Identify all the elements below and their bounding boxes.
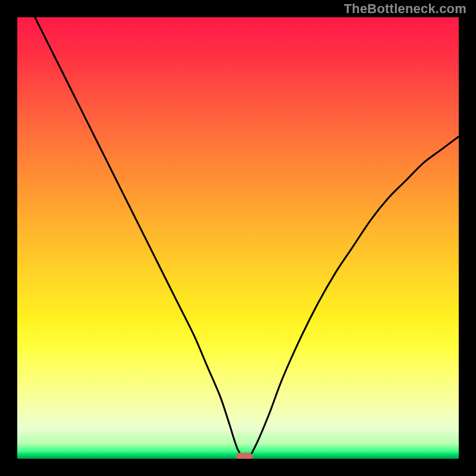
chart-frame: TheBottleneck.com: [0, 0, 476, 476]
optimum-marker: [236, 453, 253, 459]
bottleneck-curve: [17, 17, 459, 459]
watermark-text: TheBottleneck.com: [344, 1, 466, 17]
plot-area: [17, 17, 459, 459]
